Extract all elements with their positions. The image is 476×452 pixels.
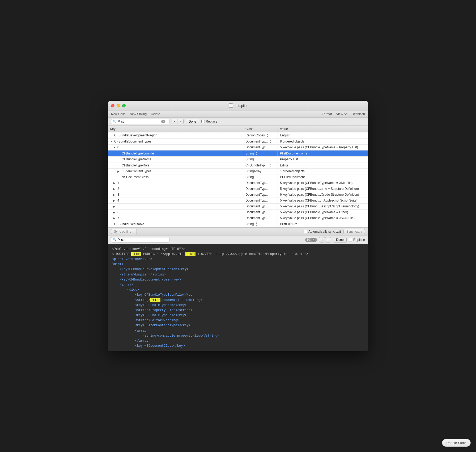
cell-key: CFBundleTypeRole — [108, 163, 243, 168]
xml-line: <string>Editor</string> — [112, 318, 364, 323]
xml-line: <key>NSDocumentClass</key> — [112, 344, 364, 349]
sort-arrows-icon[interactable]: ▲▼ — [269, 163, 271, 168]
sync-text-button[interactable]: Sync text ↓ — [343, 229, 365, 234]
key-text: 1 — [117, 181, 119, 185]
new-child-button[interactable]: New Child — [111, 112, 126, 116]
table-row[interactable]: CFBundleDevelopmentRegionRegionCodes▲▼En… — [108, 132, 368, 139]
disclosure-arrow-icon[interactable]: ▶ — [113, 211, 116, 214]
bottom-clear-button[interactable]: ✕ — [312, 238, 315, 242]
table-row[interactable]: ▼0DocumentTyp...5 key/value pairs (CFBun… — [108, 145, 368, 150]
cell-value: 5 key/value pairs (CFBundleTypeName = XM… — [278, 181, 368, 185]
cell-value: Property List — [278, 157, 368, 162]
delete-button[interactable]: Delete — [151, 112, 160, 116]
auto-sync-checkbox[interactable] — [304, 230, 307, 233]
cell-value: 5 key/value pairs (CFBundl...lescript Sc… — [278, 204, 368, 209]
top-next-button[interactable]: › — [178, 119, 184, 124]
cell-class: DocumentTyp... — [243, 192, 278, 197]
table-row[interactable]: CFBundleTypeNameStringProperty List — [108, 157, 368, 162]
sync-outline-button[interactable]: Sync outline ↑ — [111, 229, 137, 234]
key-text: 7 — [117, 216, 119, 220]
table-row[interactable]: ▶5DocumentTyp...5 key/value pairs (CFBun… — [108, 204, 368, 210]
bottom-replace-checkbox[interactable] — [349, 238, 352, 241]
bottom-done-button[interactable]: Done — [333, 237, 347, 242]
titlebar: 📄 Info.plist — [108, 101, 368, 111]
key-text: CFBundleDocumentTypes — [114, 140, 151, 143]
cell-class: DocumentTyp... — [243, 186, 278, 191]
xml-editor[interactable]: <?xml version="1.0" encoding="UTF-8"?><!… — [108, 244, 368, 351]
bottom-prev-button[interactable]: ‹ — [319, 237, 325, 242]
disclosure-arrow-icon[interactable]: ▶ — [113, 199, 116, 202]
cell-value: 5 key/value pairs (CFBundl...ame = Struc… — [278, 186, 368, 191]
bottom-next-button[interactable]: › — [325, 237, 331, 242]
table-row[interactable]: CFBundleExecutableString▲▼PlistEdit Pro — [108, 221, 368, 227]
top-search-input[interactable] — [118, 120, 160, 123]
top-prev-button[interactable]: ‹ — [172, 119, 177, 124]
bottom-nav-buttons: ‹ › — [319, 237, 331, 242]
search-highlight: plist — [131, 252, 141, 256]
cell-class: CFBundleTyp...▲▼ — [243, 162, 278, 168]
cell-key: ▶5 — [108, 204, 243, 209]
xml-line: <string>PlistDocument.icns</string> — [112, 298, 364, 303]
disclosure-arrow-icon[interactable]: ▼ — [110, 140, 113, 143]
table-row[interactable]: CFBundleTypeIconFileString▲▼PlistDocumen… — [108, 150, 368, 157]
top-replace-checkbox[interactable] — [201, 120, 205, 123]
disclosure-arrow-icon[interactable]: ▼ — [113, 146, 116, 149]
bottom-search-bar: 🔍 30 ✕ ‹ › Done Replace — [108, 236, 368, 244]
disclosure-arrow-icon[interactable]: ▶ — [113, 193, 116, 196]
new-sibling-button[interactable]: New Sibling — [130, 112, 147, 116]
bottom-search-icon: 🔍 — [113, 238, 117, 241]
key-text: 3 — [117, 193, 119, 196]
top-clear-button[interactable]: ✕ — [161, 120, 165, 123]
xml-line: <string>Property List</string> — [112, 308, 364, 313]
toolbar-right: Format View As Definition — [322, 112, 365, 116]
xml-line: <dict> — [112, 287, 364, 292]
disclosure-arrow-icon[interactable]: ▶ — [113, 205, 116, 208]
cell-class: DocumentTyp... — [243, 181, 278, 185]
xml-line: <?xml version="1.0" encoding="UTF-8"?> — [112, 247, 364, 252]
cell-key: CFBundleDevelopmentRegion — [108, 133, 243, 138]
bottom-search-input[interactable] — [118, 238, 160, 242]
disclosure-arrow-icon[interactable]: ▶ — [113, 187, 116, 190]
xml-line: <key>CFBundleDocumentTypes</key> — [112, 277, 364, 282]
file-icon: 📄 — [229, 103, 233, 108]
sort-arrows-icon[interactable]: ▲▼ — [266, 133, 269, 138]
cell-class: DocumentTyp...▲▼ — [243, 139, 278, 144]
sort-arrows-icon[interactable]: ▲▼ — [255, 222, 257, 227]
search-highlight: PLIST — [185, 252, 196, 256]
table-row[interactable]: CFBundleTypeRoleCFBundleTyp...▲▼Editor — [108, 162, 368, 169]
cell-key: CFBundleExecutable — [108, 222, 243, 227]
sort-arrows-icon[interactable]: ▲▼ — [255, 151, 257, 156]
table-row[interactable]: ▶1DocumentTyp...5 key/value pairs (CFBun… — [108, 180, 368, 186]
disclosure-arrow-icon[interactable]: ▶ — [113, 217, 116, 220]
top-done-button[interactable]: Done — [186, 119, 199, 124]
table-row[interactable]: ▶7DocumentTyp...5 key/value pairs (CFBun… — [108, 215, 368, 221]
disclosure-arrow-icon[interactable]: ▶ — [113, 182, 116, 185]
sort-arrows-icon[interactable]: ▲▼ — [269, 139, 271, 144]
table-row[interactable]: ▼CFBundleDocumentTypesDocumentTyp...▲▼8 … — [108, 139, 368, 145]
maximize-button[interactable] — [122, 104, 126, 107]
cell-value: Editor — [278, 163, 368, 168]
table-row[interactable]: NSDocumentClassStringPEPlistDocument — [108, 174, 368, 180]
format-button[interactable]: Format — [322, 112, 332, 116]
view-as-button[interactable]: View As — [336, 112, 347, 116]
cell-value: 1 ordered objects — [278, 169, 368, 174]
table-row[interactable]: ▶2DocumentTyp...5 key/value pairs (CFBun… — [108, 186, 368, 192]
key-text: NSDocumentClass — [122, 175, 148, 179]
cell-key: ▶1 — [108, 181, 243, 185]
disclosure-arrow-icon[interactable]: ▶ — [117, 170, 121, 173]
definition-button[interactable]: Definition — [352, 112, 365, 116]
xml-line: <string>English</string> — [112, 272, 364, 277]
close-button[interactable] — [111, 104, 114, 107]
table-row[interactable]: ▶LSItemContentTypesStringArray1 ordered … — [108, 169, 368, 174]
table-row[interactable]: ▶4DocumentTyp...5 key/value pairs (CFBun… — [108, 198, 368, 204]
cell-key: ▼0 — [108, 145, 243, 150]
count-badge: 30 ✕ — [305, 238, 317, 242]
table-row[interactable]: ▶6DocumentTyp...5 key/value pairs (CFBun… — [108, 210, 368, 215]
cell-value: 8 ordered objects — [278, 139, 368, 144]
key-text: 5 — [117, 204, 119, 208]
cell-value: 5 key/value pairs (CFBundleTypeName = Ot… — [278, 210, 368, 215]
table-row[interactable]: ▶3DocumentTyp...6 key/value pairs (CFBun… — [108, 192, 368, 198]
cell-class: DocumentTyp... — [243, 210, 278, 215]
traffic-lights — [111, 104, 126, 107]
minimize-button[interactable] — [117, 104, 120, 107]
